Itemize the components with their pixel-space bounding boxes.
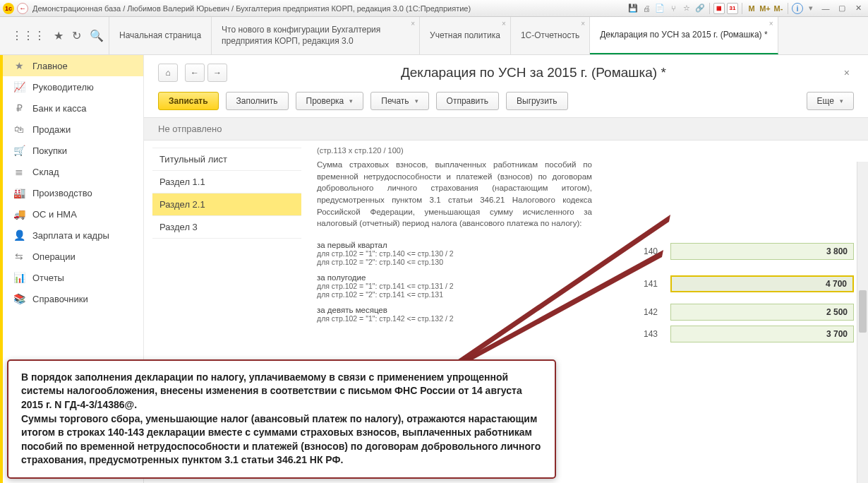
sidebar-icon: 🛍 (13, 124, 25, 135)
section-item-2[interactable]: Раздел 2.1 (152, 193, 301, 216)
top-toolbar: ⋮⋮⋮ ★ ↻ 🔍 Начальная страница Что нового … (0, 17, 868, 55)
field-value-142[interactable]: 2 500 (670, 304, 854, 321)
section-item-1[interactable]: Раздел 1.1 (152, 171, 301, 193)
link-icon[interactable]: 🔗 (694, 3, 706, 14)
info-icon[interactable]: i (792, 3, 803, 14)
compare-icon[interactable]: ⑂ (668, 3, 679, 14)
history-icon[interactable]: ↻ (72, 29, 81, 42)
sidebar-icon: ≣ (13, 166, 25, 177)
sidebar-icon: 📈 (13, 81, 25, 93)
quickbar: ⋮⋮⋮ ★ ↻ 🔍 (0, 17, 109, 54)
fav-icon[interactable]: ★ (54, 29, 64, 42)
home-icon[interactable]: ⌂ (158, 64, 178, 82)
send-button[interactable]: Отправить (436, 92, 500, 110)
tabs: Начальная страница Что нового в конфигур… (109, 17, 868, 54)
sidebar-label: Продажи (32, 124, 71, 135)
sidebar-label: Отчеты (32, 273, 64, 283)
maximize-button[interactable]: ▢ (835, 3, 849, 14)
tab-policy[interactable]: Учетная политика× (420, 17, 511, 54)
sidebar-icon: 🛒 (13, 145, 25, 156)
page-title: Декларация по УСН за 2015 г. (Ромашка) * (234, 65, 833, 80)
field-value-141[interactable]: 4 700 (670, 275, 854, 292)
close-page-icon[interactable]: × (840, 67, 854, 78)
sidebar-icon: ⇆ (13, 251, 25, 262)
m-plus-icon[interactable]: M+ (759, 3, 771, 14)
print-button[interactable]: Печать (370, 92, 428, 110)
sidebar-label: Главное (32, 61, 68, 71)
check-button[interactable]: Проверка (296, 92, 364, 110)
upload-button[interactable]: Выгрузить (506, 92, 568, 110)
minimize-button[interactable]: — (819, 3, 833, 14)
callout-box: В порядок заполнения декларации по налог… (7, 359, 556, 479)
sidebar-label: Склад (32, 167, 59, 177)
tab-reporting[interactable]: 1С-Отчетность× (511, 17, 590, 54)
sidebar-label: Справочники (32, 294, 88, 304)
sidebar-icon: 📚 (13, 293, 25, 304)
sidebar-icon: ₽ (13, 102, 25, 114)
field-value-143[interactable]: 3 700 (670, 326, 854, 342)
star-icon[interactable]: ☆ (681, 3, 692, 14)
sidebar-item-3[interactable]: 🛍Продажи (3, 119, 143, 140)
sidebar-item-5[interactable]: ≣Склад (3, 161, 143, 182)
print-icon[interactable]: 🖨 (641, 3, 652, 14)
window-title: Демонстрационная база / Любимов Валерий … (32, 4, 627, 13)
titlebar: 1c ← Демонстрационная база / Любимов Вал… (0, 0, 868, 17)
sidebar-icon: 🚚 (13, 208, 25, 220)
more-button[interactable]: Еще (807, 92, 854, 110)
sidebar-item-11[interactable]: 📚Справочники (3, 288, 143, 309)
sidebar-item-9[interactable]: ⇆Операции (3, 246, 143, 267)
sidebar-item-1[interactable]: 📈Руководителю (3, 76, 143, 97)
nav-fwd-button[interactable]: → (207, 64, 227, 82)
apps-icon[interactable]: ⋮⋮⋮ (11, 29, 45, 42)
save-button[interactable]: Записать (158, 92, 219, 110)
sidebar-item-0[interactable]: ★Главное (3, 55, 143, 76)
section-item-0[interactable]: Титульный лист (152, 148, 301, 171)
sidebar-label: ОС и НМА (32, 209, 77, 220)
sidebar-icon: 📊 (13, 272, 25, 283)
tab-declaration[interactable]: Декларация по УСН за 2015 г. (Ромашка) *… (590, 17, 778, 54)
close-button[interactable]: ✕ (851, 3, 865, 14)
sidebar-item-6[interactable]: 🏭Производство (3, 182, 143, 203)
svg-marker-0 (438, 215, 670, 376)
action-bar: Записать Заполнить Проверка Печать Отпра… (144, 89, 868, 118)
m-icon[interactable]: M (746, 3, 757, 14)
nav-back-button[interactable]: ← (185, 64, 205, 82)
search-icon[interactable]: 🔍 (90, 29, 104, 42)
tab-whatsnew[interactable]: Что нового в конфигурации Бухгалтерия пр… (212, 17, 420, 54)
sidebar-icon: 🏭 (13, 187, 25, 198)
svg-marker-1 (438, 250, 663, 376)
sidebar-label: Производство (32, 188, 92, 198)
fill-button[interactable]: Заполнить (226, 92, 289, 110)
scrollbar[interactable] (857, 162, 868, 483)
dropdown-icon[interactable]: ▾ (805, 3, 816, 14)
sidebar-label: Руководителю (32, 82, 94, 93)
formula-text: (стр.113 x стр.120 / 100) (317, 146, 854, 155)
sidebar-item-4[interactable]: 🛒Покупки (3, 140, 143, 161)
sidebar-icon: 👤 (13, 229, 25, 241)
content-header: ⌂ ← → Декларация по УСН за 2015 г. (Рома… (144, 55, 868, 89)
sidebar-label: Покупки (32, 145, 67, 156)
calendar-icon[interactable]: 31 (727, 3, 738, 14)
section-item-3[interactable]: Раздел 3 (152, 216, 301, 239)
sidebar-label: Операции (32, 251, 76, 262)
field-value-140[interactable]: 3 800 (670, 243, 854, 260)
tab-start[interactable]: Начальная страница (109, 17, 212, 54)
sidebar-item-10[interactable]: 📊Отчеты (3, 267, 143, 288)
tab-close-icon[interactable]: × (502, 20, 506, 28)
callout-text: В порядок заполнения декларации по налог… (21, 371, 542, 467)
save-icon[interactable]: 💾 (627, 3, 639, 14)
back-icon[interactable]: ← (17, 3, 28, 14)
app-logo: 1c (3, 3, 14, 14)
sidebar-label: Зарплата и кадры (32, 230, 109, 241)
calc-icon[interactable]: ▦ (713, 3, 725, 14)
sidebar-item-2[interactable]: ₽Банк и касса (3, 97, 143, 119)
status-bar: Не отправлено (144, 118, 868, 141)
tab-close-icon[interactable]: × (769, 20, 773, 28)
doc-icon[interactable]: 📄 (654, 3, 665, 14)
tab-close-icon[interactable]: × (411, 20, 415, 28)
m-minus-icon[interactable]: M- (773, 3, 784, 14)
sidebar-icon: ★ (13, 60, 25, 71)
sidebar-item-7[interactable]: 🚚ОС и НМА (3, 203, 143, 225)
sidebar-item-8[interactable]: 👤Зарплата и кадры (3, 225, 143, 246)
tab-close-icon[interactable]: × (581, 20, 585, 28)
